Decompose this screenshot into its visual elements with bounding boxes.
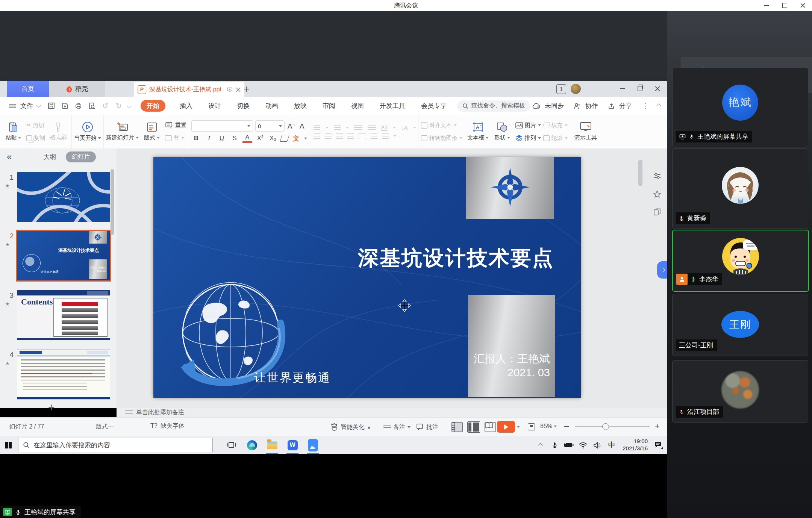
ribbon-tab-insert[interactable]: 插入 [178, 101, 194, 110]
zoom-level[interactable]: 85% [540, 423, 557, 430]
volume-icon[interactable] [591, 438, 604, 453]
close-doc-icon[interactable] [236, 87, 241, 92]
shape-outline-button[interactable]: 轮廓 [543, 133, 568, 143]
cut-button[interactable]: ✂剪切 [26, 120, 45, 130]
numbered-list-icon[interactable] [334, 125, 341, 130]
ribbon-tab-devtools[interactable]: 开发工具 [378, 101, 407, 110]
slide-scrollbar[interactable] [638, 160, 642, 186]
char-spacing-icon[interactable]: AB [381, 124, 388, 131]
zoom-slider[interactable] [575, 426, 650, 427]
file-explorer-icon[interactable] [264, 436, 280, 454]
pinyin-guide-button[interactable]: 文 [291, 134, 301, 143]
wps-close-button[interactable] [649, 83, 666, 94]
notes-bar[interactable]: 单击此处添加备注 [117, 408, 676, 417]
ribbon-tab-design[interactable]: 设计 [207, 101, 223, 110]
redo-icon[interactable]: ↻ [114, 101, 124, 111]
save-icon[interactable] [46, 101, 56, 111]
to-smartart-button[interactable]: 转智能图形 [421, 133, 462, 143]
quick-access-caret-icon[interactable] [127, 103, 132, 108]
reading-view-button[interactable] [485, 422, 496, 432]
wps-tab-docer[interactable]: 稻壳 [49, 81, 105, 97]
increase-indent-icon[interactable] [368, 125, 376, 130]
zoom-in-button[interactable]: + [655, 424, 660, 429]
battery-icon[interactable] [562, 438, 575, 453]
justify-icon[interactable] [347, 133, 354, 139]
slide-canvas[interactable]: 深基坑设计技术要点 [153, 157, 581, 398]
paste-button[interactable]: 粘贴 [2, 117, 24, 147]
start-button[interactable] [0, 436, 17, 454]
clear-format-icon[interactable] [280, 135, 289, 142]
new-tab-button[interactable]: + [244, 83, 250, 95]
undo-icon[interactable]: ↺ [100, 101, 110, 111]
collapse-ribbon-icon[interactable] [656, 103, 661, 108]
fit-window-button[interactable] [528, 423, 535, 430]
increase-font-icon[interactable]: A⁺ [287, 122, 297, 130]
ribbon-tab-view[interactable]: 视图 [350, 101, 365, 110]
participant-tile-huangxinmiao[interactable]: 黄新淼 [672, 148, 808, 229]
align-left-icon[interactable] [314, 133, 320, 139]
add-slide-button[interactable]: + [48, 401, 55, 414]
participant-tile-yanjiang[interactable]: 沿江项目部 [672, 360, 808, 423]
font-family-select[interactable] [191, 120, 253, 132]
bullet-list-icon[interactable] [314, 125, 320, 130]
more-menu-icon[interactable]: ⋮ [642, 101, 649, 110]
section-button[interactable]: 节 [165, 133, 186, 143]
wps-tab-document[interactable]: P 深基坑设计技术-王艳斌.ppt [134, 82, 244, 97]
ribbon-tab-transition[interactable]: 切换 [235, 101, 251, 110]
decrease-font-icon[interactable]: A⁻ [299, 122, 309, 130]
ribbon-tab-animation[interactable]: 动画 [264, 101, 280, 110]
command-search-box[interactable]: 查找命令、搜索模板 [457, 100, 530, 112]
account-avatar[interactable] [571, 84, 581, 94]
bold-button[interactable]: B [191, 135, 201, 142]
tray-mic-icon[interactable] [548, 438, 561, 453]
line-spacing-icon[interactable] [371, 133, 377, 139]
para-spacing-icon[interactable] [382, 133, 389, 139]
wifi-icon[interactable] [577, 438, 589, 453]
text-direction-icon[interactable]: ↓A [401, 124, 408, 131]
picture-button[interactable]: 图片 [515, 120, 541, 130]
ribbon-tab-review[interactable]: 审阅 [321, 101, 337, 110]
present-doc-icon[interactable] [227, 87, 233, 92]
sidebar-scrollbar[interactable] [111, 169, 114, 235]
slide-thumbnail-3[interactable]: Contents [17, 290, 110, 340]
print-preview-icon[interactable] [87, 101, 97, 111]
ime-indicator[interactable]: 中 [605, 438, 618, 453]
notes-toggle-button[interactable]: 备注 [383, 421, 411, 433]
align-right-icon[interactable] [336, 133, 343, 139]
subscript-button[interactable]: X₂ [268, 135, 278, 142]
slides-tab[interactable]: 幻灯片 [66, 151, 96, 162]
wps-tab-home[interactable]: 首页 [7, 81, 49, 97]
wps-restore-button[interactable] [632, 83, 648, 94]
slide-thumbnail-4[interactable] [17, 349, 110, 400]
shapes-button[interactable]: 形状 [491, 117, 513, 147]
font-size-select[interactable]: 0 [255, 120, 285, 132]
superscript-button[interactable]: X² [255, 135, 265, 142]
collapse-panel-icon[interactable]: « [7, 151, 12, 162]
window-count-badge[interactable]: 1 [556, 84, 566, 94]
share-button[interactable]: 分享 [608, 101, 633, 110]
normal-view-button[interactable] [451, 422, 463, 432]
ai-beautify-button[interactable]: 智能美化 ▲ [330, 421, 371, 433]
taskbar-clock[interactable]: 19:00 2021/3/16 [620, 438, 651, 452]
sync-status-button[interactable]: 未同步 [532, 101, 565, 110]
edge-browser-icon[interactable] [244, 436, 260, 454]
action-center-icon[interactable] [652, 438, 665, 453]
tray-expand-icon[interactable] [534, 438, 547, 453]
ribbon-tab-home[interactable]: 开始 [141, 100, 165, 112]
play-from-current-button[interactable]: 当页开始 [74, 117, 101, 147]
window-close-button[interactable] [794, 0, 811, 11]
outline-tab[interactable]: 大纲 [43, 153, 56, 161]
textbox-button[interactable]: A 文本框 [467, 117, 489, 147]
file-menu[interactable]: 文件 [0, 101, 40, 110]
slide-sorter-view-button[interactable] [467, 421, 480, 433]
missing-font-warning[interactable]: T? 缺失字体 [150, 422, 185, 430]
new-slide-button[interactable]: 新建幻灯片 [106, 117, 139, 147]
decrease-indent-icon[interactable] [354, 125, 362, 130]
taskbar-search-box[interactable]: 在这里输入你要搜索的内容 [18, 438, 213, 452]
ribbon-tab-slideshow[interactable]: 放映 [292, 101, 308, 110]
quick-settings-icon[interactable] [652, 171, 662, 181]
present-tools-button[interactable]: 演示工具 [573, 117, 599, 147]
format-painter-button[interactable]: 格式刷 [47, 117, 69, 147]
export-icon[interactable] [60, 101, 70, 111]
slide-layout-button[interactable]: 版式 [141, 117, 163, 147]
